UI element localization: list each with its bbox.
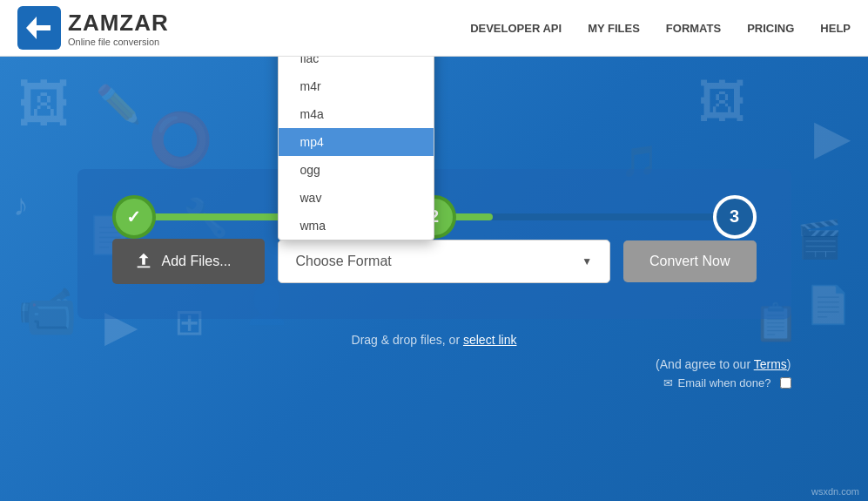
format-item-ogg[interactable]: ogg — [279, 156, 434, 184]
steps-container: ✓ 2 3 Add Files... — [0, 57, 868, 501]
format-item-mp4[interactable]: mp4 — [279, 128, 434, 156]
email-row: ✉ Email when done? — [77, 376, 791, 389]
header: ZAMZAR Online file conversion DEVELOPER … — [0, 0, 868, 57]
format-select-button[interactable]: Choose Format ▼ — [278, 240, 611, 283]
format-item-m4r[interactable]: m4r — [279, 72, 434, 100]
buttons-row: Add Files... Choose Format ▼ Choose Form… — [112, 239, 757, 284]
upload-icon — [134, 252, 153, 271]
add-files-button[interactable]: Add Files... — [112, 239, 265, 284]
nav-pricing[interactable]: PRICING — [747, 22, 794, 35]
logo-name: ZAMZAR — [68, 10, 169, 37]
format-dropdown: Choose Format Audio Formats aac ac3 flac… — [278, 57, 434, 240]
drag-drop-label: Drag & drop files, or — [352, 333, 463, 347]
zamzar-logo-icon — [17, 6, 61, 50]
nav-my-files[interactable]: MY FILES — [588, 22, 640, 35]
email-icon: ✉ — [663, 376, 673, 389]
drag-drop-text: Drag & drop files, or select link — [352, 333, 517, 347]
terms-text: (And agree to our Terms) — [656, 357, 791, 371]
format-select-label: Choose Format — [296, 254, 392, 269]
email-label: Email when done? — [678, 376, 771, 389]
nav-developer-api[interactable]: DEVELOPER API — [470, 22, 562, 35]
terms-link[interactable]: Terms — [754, 357, 787, 371]
logo-subtitle: Online file conversion — [68, 37, 169, 47]
step-1-label: ✓ — [126, 206, 141, 227]
convert-now-button[interactable]: Convert Now — [623, 240, 756, 282]
format-item-wav[interactable]: wav — [279, 184, 434, 212]
format-item-m4a[interactable]: m4a — [279, 100, 434, 128]
email-checkbox[interactable] — [780, 377, 791, 389]
nav-help[interactable]: HELP — [820, 22, 851, 35]
step-3-label: 3 — [730, 206, 739, 227]
nav-formats[interactable]: FORMATS — [666, 22, 721, 35]
add-files-label: Add Files... — [162, 254, 232, 269]
logo-text: ZAMZAR Online file conversion — [68, 10, 169, 47]
main-nav: DEVELOPER API MY FILES FORMATS PRICING H… — [470, 22, 851, 35]
main-background: 🖼 ✏️ ⭕ ▶ ✉ 🖼 ▶ ♪ 📄 🔧 📁 🎬 📹 ▶ ⊞ 👤 📋 📄 🎵 ✓ — [0, 57, 868, 501]
format-item-flac[interactable]: flac — [279, 57, 434, 72]
drag-drop-area: Drag & drop files, or select link — [352, 332, 517, 348]
watermark: wsxdn.com — [811, 486, 859, 497]
select-link[interactable]: select link — [463, 333, 516, 347]
format-item-wma[interactable]: wma — [279, 212, 434, 240]
step-3-circle: 3 — [713, 195, 757, 239]
terms-email-area: (And agree to our Terms) ✉ Email when do… — [77, 356, 791, 389]
chevron-down-icon: ▼ — [582, 255, 592, 267]
content-box: ✓ 2 3 Add Files... — [77, 169, 791, 319]
format-select-wrapper: Choose Format ▼ Choose Format Audio Form… — [278, 240, 611, 283]
progress-steps: ✓ 2 3 — [112, 195, 757, 239]
logo: ZAMZAR Online file conversion — [17, 6, 169, 50]
step-1-circle: ✓ — [112, 195, 156, 239]
